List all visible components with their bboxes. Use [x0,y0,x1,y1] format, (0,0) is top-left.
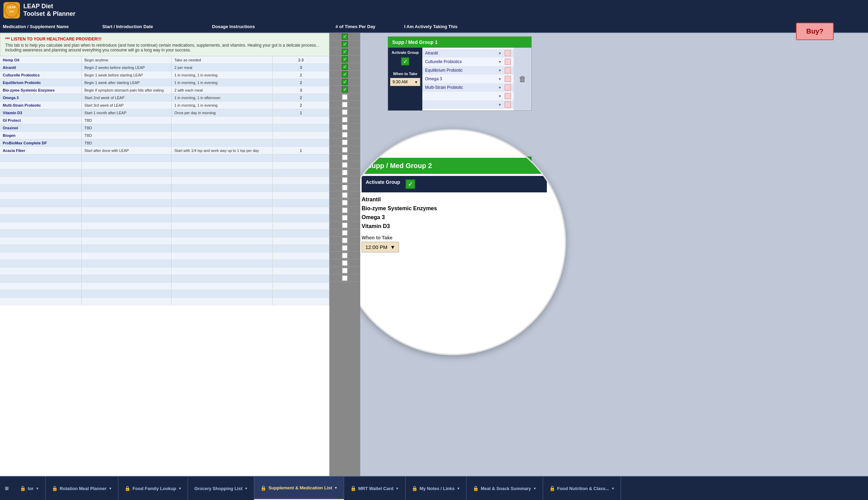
lock-icon-3: 🔒 [125,486,131,491]
active-checkbox-empty[interactable] [329,252,360,259]
active-checkbox-5[interactable]: ✓ [329,71,360,78]
active-checkbox-empty[interactable] [329,138,360,146]
active-checkbox-empty[interactable] [329,161,360,169]
active-checkbox-empty[interactable] [329,184,360,191]
table-row-empty [0,154,329,162]
cell-dosage-3: 1 in morning, 1 in evening [171,79,273,86]
group-1-title: Supp / Med Group 1 [388,37,531,48]
cell-dosage-0: Take as needed [171,56,273,64]
group-1-activate-col: Activate Group ✓ When to Take 9:30 AM▼ [388,48,422,111]
item-checkbox[interactable] [505,93,511,99]
table-row-empty [0,215,329,222]
active-checkbox-empty[interactable] [329,206,360,214]
list-item: Omega 3▼ [422,75,514,83]
active-checkbox-empty[interactable] [329,199,360,206]
item-checkbox[interactable] [505,76,511,82]
table-row-empty [0,184,329,192]
active-checkbox-7[interactable]: ✓ [329,86,360,93]
active-checkbox-empty[interactable] [329,131,360,138]
group-1-activate-checkbox[interactable]: ✓ [401,57,409,66]
tab-food-family-lookup[interactable]: 🔒 Food Family Lookup ▼ [119,477,188,500]
col-header-dosage: Dosage Instructions [209,24,333,29]
tab-meal-snack-summary[interactable]: 🔒 Meal & Snack Summary ▼ [466,477,543,500]
active-checkbox-10[interactable] [329,109,360,116]
table-row: ProBioMax Complete DF TBD [0,139,329,147]
active-checkbox-empty[interactable] [329,176,360,184]
lock-icon-7: 🔒 [412,486,418,491]
cell-times-5: 2 [273,94,329,101]
active-checkbox-empty[interactable] [329,259,360,267]
cell-med-2: Culturelle Probiotics [0,71,82,79]
right-panel: Supp / Med Group 1 Activate Group ✓ When… [360,33,868,476]
cell-med-10: Biogen [0,132,82,139]
active-checkbox-0[interactable]: ✓ [329,33,360,41]
active-checkbox-empty[interactable] [329,244,360,252]
lock-icon: 🔒 [20,486,26,491]
cell-dosage-4: 2 with each meal [171,87,273,94]
lock-icon-8: 🔒 [473,486,478,491]
active-checkbox-empty[interactable] [329,229,360,237]
cell-times-7: 1 [273,109,329,116]
cell-start-6: Start 3rd week of LEAP [82,102,171,109]
data-rows-container: Hemp Oil Begin anytime Take as needed 2-… [0,56,329,305]
item-checkbox[interactable] [505,67,511,73]
tab-food-nutrition-class[interactable]: 🔒 Food Nutrition & Class... ▼ [543,477,621,500]
cell-med-9: Oraxinol [0,124,82,131]
checkbox-column: ✓✓✓✓✓✓✓✓ [329,33,360,476]
cell-start-0: Begin anytime [82,56,171,64]
item-checkbox[interactable] [505,50,511,56]
item-checkbox[interactable] [505,84,511,91]
active-checkbox-8[interactable] [329,93,360,101]
chevron-down-icon: ▼ [36,487,39,490]
list-item: Atrantil▼ [422,49,514,58]
active-checkbox-empty[interactable] [329,154,360,161]
tab-mrt-wallet-card[interactable]: 🔒 MRT Wallet Card ▼ [344,477,406,500]
cell-start-9: TBD [82,124,171,131]
cell-times-6: 2 [273,102,329,109]
cell-dosage-5: 1 in morning, 1 in afternoon [171,94,273,101]
active-checkbox-6[interactable]: ✓ [329,78,360,86]
tab-grocery-shopping-list[interactable]: Grocery Shopping List ▼ [188,477,254,500]
table-row: Equilibrium Probiotic Begin 1 week after… [0,79,329,87]
chevron-down-icon-2: ▼ [109,487,112,490]
cell-dosage-12: Start with 1/4 tsp and work way up to 1 … [171,147,273,154]
active-checkbox-4[interactable]: ✓ [329,63,360,71]
active-checkbox-12[interactable] [329,124,360,131]
active-checkbox-empty[interactable] [329,237,360,244]
tab-rotation-meal-planner[interactable]: 🔒 Rotation Meal Planner ▼ [46,477,119,500]
active-checkbox-empty[interactable] [329,214,360,221]
cell-start-3: Begin 1 week after starting LEAP [82,79,171,86]
active-checkbox-11[interactable] [329,116,360,124]
active-checkbox-9[interactable] [329,101,360,109]
chevron-down-icon-6: ▼ [396,487,399,490]
col-header-active: I Am Actively Taking This [402,24,463,29]
chevron-down-icon-5: ▼ [334,486,338,490]
active-checkbox-empty[interactable] [329,267,360,274]
table-row: Atrantil Begin 2 weeks before starting L… [0,64,329,71]
item-checkbox[interactable] [505,59,511,65]
table-row: Bio-zyme Systemic Enzymes Begin if sympt… [0,87,329,94]
active-checkbox-2[interactable]: ✓ [329,48,360,56]
cell-dosage-11 [171,139,273,146]
buy-button[interactable]: Buy? [796,23,834,40]
tab-my-notes-links[interactable]: 🔒 My Notes / Links ▼ [406,477,466,500]
chevron-down-icon-4: ▼ [245,487,248,490]
active-checkbox-empty[interactable] [329,146,360,154]
active-checkbox-3[interactable]: ✓ [329,56,360,63]
tab-supplement-medication-list[interactable]: 🔒 Supplement & Medication List ▼ [254,477,344,500]
tab-mrt-label: MRT Wallet Card [358,486,394,491]
active-checkbox-empty[interactable] [329,191,360,199]
active-checkbox-empty[interactable] [329,221,360,229]
tab-tor[interactable]: 🔒 tor ▼ [14,477,46,500]
active-checkbox-empty[interactable] [329,169,360,176]
active-checkbox-1[interactable]: ✓ [329,41,360,48]
info-warning: *** LISTEN TO YOUR HEALTHCARE PROVIDER!!… [5,37,324,42]
hamburger-menu[interactable]: ≡ [0,477,14,500]
group-1-time-dropdown[interactable]: 9:30 AM▼ [390,78,420,86]
table-row: Biogen TBD [0,132,329,139]
table-row: Acacia Fiber Start after done with LEAP … [0,147,329,154]
table-row-empty [0,245,329,252]
item-checkbox[interactable] [505,102,511,108]
trash-icon[interactable]: 🗑 [519,75,526,84]
active-checkbox-empty[interactable] [329,274,360,282]
